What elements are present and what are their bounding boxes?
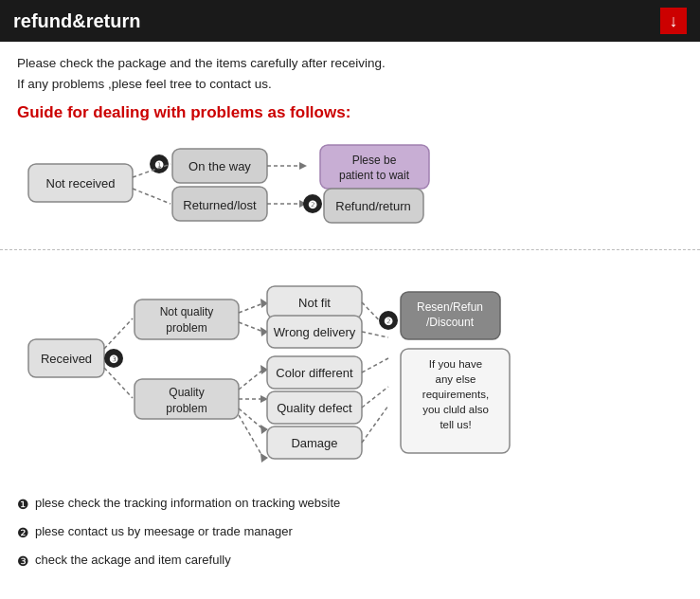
svg-text:❷: ❷ bbox=[308, 199, 317, 210]
note2-text: plese contact us by meesage or trade man… bbox=[35, 519, 293, 544]
svg-text:problem: problem bbox=[166, 402, 206, 415]
notes-section: ❶ plese check the tracking information o… bbox=[0, 480, 700, 586]
svg-text:Quality defect: Quality defect bbox=[277, 401, 352, 415]
svg-line-33 bbox=[239, 303, 263, 313]
header-title: refund&return bbox=[13, 10, 140, 32]
note3-text: check the ackage and item carefully bbox=[35, 548, 231, 572]
svg-text:you cluld also: you cluld also bbox=[422, 404, 489, 415]
intro-section: Please check the package and the items c… bbox=[0, 42, 700, 98]
svg-text:Quality: Quality bbox=[169, 386, 204, 399]
note1-badge: ❶ bbox=[17, 491, 29, 517]
svg-text:Received: Received bbox=[41, 352, 92, 366]
svg-line-59 bbox=[362, 406, 388, 443]
note1-text: plese check the tracking information on … bbox=[35, 491, 340, 516]
svg-line-26 bbox=[104, 368, 133, 398]
bottom-flow-svg: Received ❸ Not quality problem Quality p… bbox=[19, 254, 682, 472]
svg-text:Refund/return: Refund/return bbox=[335, 199, 411, 213]
svg-text:If you have: If you have bbox=[429, 358, 482, 370]
bottom-flow-diagram: Received ❸ Not quality problem Quality p… bbox=[0, 249, 700, 480]
svg-text:problem: problem bbox=[166, 321, 206, 335]
svg-text:patient to wait: patient to wait bbox=[339, 169, 410, 182]
svg-rect-16 bbox=[320, 145, 429, 189]
note3-badge: ❸ bbox=[17, 548, 29, 574]
svg-line-57 bbox=[362, 358, 388, 372]
note-row-2: ❷ plese contact us by meesage or trade m… bbox=[17, 519, 683, 546]
header-arrow-icon: ↓ bbox=[660, 8, 687, 34]
page-header: refund&return ↓ bbox=[0, 0, 700, 42]
top-flow-svg: Not received ❶ On the way Returned/lost … bbox=[19, 136, 682, 240]
note-row-3: ❸ check the ackage and item carefully bbox=[17, 548, 683, 574]
svg-text:tell us!: tell us! bbox=[440, 419, 471, 430]
svg-line-58 bbox=[362, 387, 388, 408]
svg-text:/Discount: /Discount bbox=[426, 316, 475, 329]
svg-marker-44 bbox=[260, 453, 268, 463]
svg-line-56 bbox=[362, 332, 388, 337]
svg-text:Not fit: Not fit bbox=[298, 296, 331, 310]
svg-text:Returned/lost: Returned/lost bbox=[183, 198, 257, 212]
top-flow-diagram: Not received ❶ On the way Returned/lost … bbox=[0, 132, 700, 247]
note-row-1: ❶ plese check the tracking information o… bbox=[17, 491, 683, 517]
svg-text:On the way: On the way bbox=[188, 159, 251, 173]
svg-marker-11 bbox=[299, 162, 307, 170]
svg-line-37 bbox=[239, 370, 263, 390]
svg-text:Color different: Color different bbox=[276, 366, 353, 380]
svg-line-43 bbox=[239, 415, 263, 458]
svg-text:requirements,: requirements, bbox=[422, 389, 489, 400]
svg-text:Wrong delivery: Wrong delivery bbox=[274, 325, 356, 339]
svg-text:Resen/Refun: Resen/Refun bbox=[417, 300, 483, 314]
svg-text:❶: ❶ bbox=[154, 159, 164, 171]
guide-title: Guide for dealing with problems as follo… bbox=[0, 98, 700, 132]
svg-line-41 bbox=[239, 408, 263, 429]
intro-line2: If any problems ,plese feel tree to cont… bbox=[17, 74, 683, 95]
intro-line1: Please check the package and the items c… bbox=[17, 53, 683, 74]
note2-badge: ❷ bbox=[17, 519, 29, 546]
svg-text:any else: any else bbox=[436, 373, 476, 385]
svg-line-35 bbox=[239, 322, 263, 332]
svg-text:Not quality: Not quality bbox=[160, 305, 214, 318]
svg-text:Plese be: Plese be bbox=[352, 154, 397, 167]
svg-text:Not received: Not received bbox=[46, 176, 116, 191]
svg-text:❸: ❸ bbox=[109, 354, 118, 365]
svg-line-25 bbox=[104, 318, 133, 349]
svg-text:Damage: Damage bbox=[291, 436, 337, 450]
svg-line-5 bbox=[133, 189, 171, 204]
svg-text:❷: ❷ bbox=[384, 316, 393, 327]
